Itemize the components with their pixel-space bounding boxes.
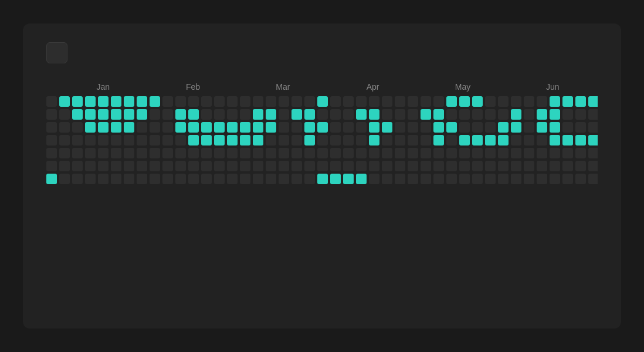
commit-cell[interactable] xyxy=(266,109,276,120)
commit-cell[interactable] xyxy=(408,174,418,184)
commit-cell[interactable] xyxy=(446,148,457,158)
commit-cell[interactable] xyxy=(279,109,289,120)
commit-cell[interactable] xyxy=(511,135,521,145)
commit-cell[interactable] xyxy=(524,109,534,120)
commit-cell[interactable] xyxy=(485,96,496,107)
commit-cell[interactable] xyxy=(98,148,109,158)
commit-cell[interactable] xyxy=(266,135,276,145)
commit-cell[interactable] xyxy=(150,122,160,133)
commit-cell[interactable] xyxy=(537,122,547,133)
commit-cell[interactable] xyxy=(511,109,521,120)
commit-cell[interactable] xyxy=(317,109,328,120)
commit-cell[interactable] xyxy=(537,174,547,184)
commit-cell[interactable] xyxy=(550,135,560,145)
commit-cell[interactable] xyxy=(575,109,586,120)
commit-cell[interactable] xyxy=(498,109,509,120)
commit-cell[interactable] xyxy=(498,96,509,107)
commit-cell[interactable] xyxy=(150,148,160,158)
commit-cell[interactable] xyxy=(382,96,392,107)
commit-cell[interactable] xyxy=(279,161,289,171)
commit-cell[interactable] xyxy=(227,161,238,171)
commit-cell[interactable] xyxy=(188,161,199,171)
commit-cell[interactable] xyxy=(240,148,250,158)
commit-cell[interactable] xyxy=(343,109,354,120)
commit-cell[interactable] xyxy=(472,96,483,107)
commit-cell[interactable] xyxy=(472,109,483,120)
commit-cell[interactable] xyxy=(408,96,418,107)
commit-cell[interactable] xyxy=(395,161,405,171)
commit-cell[interactable] xyxy=(537,135,547,145)
commit-cell[interactable] xyxy=(162,174,173,184)
commit-cell[interactable] xyxy=(266,148,276,158)
commit-cell[interactable] xyxy=(72,109,83,120)
commit-cell[interactable] xyxy=(446,161,457,171)
commit-cell[interactable] xyxy=(46,135,57,145)
commit-cell[interactable] xyxy=(330,135,341,145)
commit-cell[interactable] xyxy=(369,148,379,158)
commit-cell[interactable] xyxy=(485,122,496,133)
commit-cell[interactable] xyxy=(446,135,457,145)
commit-cell[interactable] xyxy=(395,174,405,184)
commit-cell[interactable] xyxy=(575,174,586,184)
commit-cell[interactable] xyxy=(124,96,134,107)
commit-cell[interactable] xyxy=(111,96,121,107)
commit-cell[interactable] xyxy=(201,135,212,145)
commit-cell[interactable] xyxy=(162,109,173,120)
commit-cell[interactable] xyxy=(150,161,160,171)
commit-cell[interactable] xyxy=(214,174,225,184)
commit-cell[interactable] xyxy=(292,122,302,133)
commit-cell[interactable] xyxy=(421,148,431,158)
commit-cell[interactable] xyxy=(124,109,134,120)
commit-cell[interactable] xyxy=(124,161,134,171)
commit-cell[interactable] xyxy=(98,174,109,184)
commit-cell[interactable] xyxy=(588,122,598,133)
commit-cell[interactable] xyxy=(292,96,302,107)
commit-cell[interactable] xyxy=(575,122,586,133)
commit-cell[interactable] xyxy=(279,174,289,184)
commit-cell[interactable] xyxy=(356,109,367,120)
commit-cell[interactable] xyxy=(72,148,83,158)
commit-cell[interactable] xyxy=(537,148,547,158)
commit-cell[interactable] xyxy=(72,161,83,171)
commit-cell[interactable] xyxy=(46,96,57,107)
commit-cell[interactable] xyxy=(343,135,354,145)
commit-cell[interactable] xyxy=(369,96,379,107)
commit-cell[interactable] xyxy=(550,174,560,184)
commit-cell[interactable] xyxy=(356,96,367,107)
commit-cell[interactable] xyxy=(214,122,225,133)
commit-cell[interactable] xyxy=(201,109,212,120)
commit-cell[interactable] xyxy=(266,161,276,171)
commit-cell[interactable] xyxy=(111,135,121,145)
commit-cell[interactable] xyxy=(240,161,250,171)
commit-cell[interactable] xyxy=(356,122,367,133)
commit-cell[interactable] xyxy=(550,122,560,133)
commit-cell[interactable] xyxy=(550,148,560,158)
commit-cell[interactable] xyxy=(188,122,199,133)
commit-cell[interactable] xyxy=(175,174,186,184)
commit-cell[interactable] xyxy=(162,148,173,158)
commit-cell[interactable] xyxy=(421,174,431,184)
commit-cell[interactable] xyxy=(214,148,225,158)
commit-cell[interactable] xyxy=(459,96,470,107)
commit-cell[interactable] xyxy=(59,122,70,133)
commit-cell[interactable] xyxy=(459,135,470,145)
commit-cell[interactable] xyxy=(227,122,238,133)
commit-cell[interactable] xyxy=(433,135,444,145)
commit-cell[interactable] xyxy=(317,161,328,171)
commit-cell[interactable] xyxy=(433,161,444,171)
commit-cell[interactable] xyxy=(485,174,496,184)
commit-cell[interactable] xyxy=(485,109,496,120)
commit-cell[interactable] xyxy=(524,174,534,184)
commit-cell[interactable] xyxy=(330,148,341,158)
commit-cell[interactable] xyxy=(550,109,560,120)
commit-cell[interactable] xyxy=(201,148,212,158)
commit-cell[interactable] xyxy=(472,174,483,184)
commit-cell[interactable] xyxy=(537,109,547,120)
commit-cell[interactable] xyxy=(459,122,470,133)
commit-cell[interactable] xyxy=(395,122,405,133)
commit-cell[interactable] xyxy=(459,174,470,184)
commit-cell[interactable] xyxy=(162,135,173,145)
commit-cell[interactable] xyxy=(317,174,328,184)
commit-cell[interactable] xyxy=(292,109,302,120)
commit-cell[interactable] xyxy=(111,148,121,158)
